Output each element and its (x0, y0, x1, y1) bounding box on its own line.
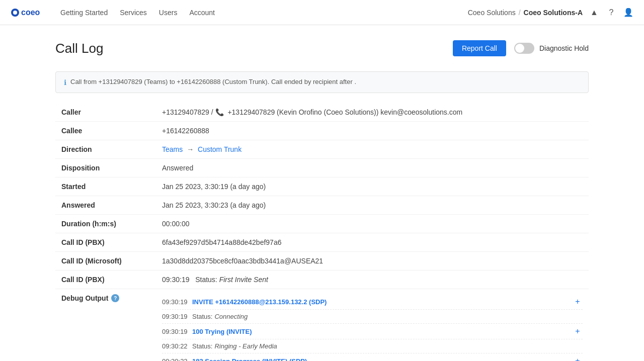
field-value-call-id-microsoft: 1a30d8dd20375bce8cf0aac3bdb3441a@AUSEA21 (156, 252, 589, 270)
nav-links: Getting Started Services Users Account (60, 9, 468, 17)
table-row-caller: Caller +13129407829 / 📞 +13129407829 (Ke… (55, 103, 589, 122)
info-banner: ℹ Call from +13129407829 (Teams) to +161… (55, 71, 589, 93)
debug-output-label: Debug Output (61, 294, 108, 302)
debug-rows-container: 09:30:19INVITE +16142260888@213.159.132.… (162, 294, 583, 361)
field-value-caller: +13129407829 / 📞 +13129407829 (Kevin Oro… (156, 103, 589, 122)
callid-status-value: First Invite Sent (219, 276, 268, 284)
debug-status-value: Connecting (214, 313, 248, 320)
field-label-started: Started (55, 177, 156, 196)
svg-text:coeo: coeo (21, 8, 40, 17)
table-row-call-id-microsoft: Call ID (Microsoft) 1a30d8dd20375bce8cf0… (55, 252, 589, 270)
caller-number: +13129407829 (162, 108, 209, 116)
table-row-call-id-pbx2: Call ID (PBX) 09:30:19 Status: First Inv… (55, 270, 589, 289)
direction-arrow: → (187, 145, 194, 153)
detail-table: Caller +13129407829 / 📞 +13129407829 (Ke… (55, 103, 589, 361)
breadcrumb-separator: / (519, 9, 521, 17)
field-label-call-id-microsoft: Call ID (Microsoft) (55, 252, 156, 270)
table-row-duration: Duration (h:m:s) 00:00:00 (55, 215, 589, 233)
field-value-debug: 09:30:19INVITE +16142260888@213.159.132.… (156, 289, 589, 362)
field-value-started: Jan 25 2023, 3:30:19 (a day ago) (156, 177, 589, 196)
diagnostic-hold-toggle-container: Diagnostic Hold (514, 43, 589, 54)
field-label-duration: Duration (h:m:s) (55, 215, 156, 233)
debug-expand-button[interactable]: + (573, 327, 583, 336)
debug-row-time: 09:30:22 (162, 357, 192, 362)
field-value-answered: Jan 25 2023, 3:30:23 (a day ago) (156, 196, 589, 215)
upload-icon[interactable]: ▲ (589, 7, 600, 18)
navbar: coeo Getting Started Services Users Acco… (0, 0, 644, 25)
field-label-debug: Debug Output ? (55, 289, 156, 362)
table-row-answered: Answered Jan 25 2023, 3:30:23 (a day ago… (55, 196, 589, 215)
field-label-direction: Direction (55, 140, 156, 159)
field-value-duration: 00:00:00 (156, 215, 589, 233)
debug-status-label: Status: (192, 342, 212, 350)
page-title: Call Log (55, 41, 453, 56)
header-actions: Report Call Diagnostic Hold (453, 40, 589, 56)
debug-row-time: 09:30:19 (162, 298, 192, 306)
phone-icon: 📞 (215, 108, 224, 116)
report-call-button[interactable]: Report Call (453, 40, 506, 56)
field-value-direction: Teams → Custom Trunk (156, 140, 589, 159)
breadcrumb-parent[interactable]: Coeo Solutions (468, 9, 516, 17)
debug-status-value: Ringing - Early Media (214, 342, 277, 350)
field-label-call-id-pbx: Call ID (PBX) (55, 233, 156, 252)
field-label-caller: Caller (55, 103, 156, 122)
field-value-call-id-pbx: 6fa43ef9297d5b4714a88de42bef97a6 (156, 233, 589, 252)
field-label-answered: Answered (55, 196, 156, 215)
info-icon: ℹ (64, 78, 66, 86)
logo[interactable]: coeo (10, 5, 50, 20)
diagnostic-hold-toggle[interactable] (514, 43, 534, 54)
callid-status-label: Status: (195, 276, 217, 284)
debug-row-time: 09:30:19 (162, 328, 192, 335)
table-row-call-id-pbx: Call ID (PBX) 6fa43ef9297d5b4714a88de42b… (55, 233, 589, 252)
debug-help-icon[interactable]: ? (111, 294, 119, 302)
nav-services[interactable]: Services (120, 9, 147, 17)
page-content: Call Log Report Call Diagnostic Hold ℹ C… (45, 25, 599, 361)
field-value-disposition: Answered (156, 159, 589, 177)
table-row-debug: Debug Output ? 09:30:19INVITE +161422608… (55, 289, 589, 362)
nav-account[interactable]: Account (189, 9, 215, 17)
debug-row: 09:30:22183 Session Progress (INVITE) (S… (162, 353, 583, 361)
debug-row: 09:30:19INVITE +16142260888@213.159.132.… (162, 294, 583, 310)
table-row-disposition: Disposition Answered (55, 159, 589, 177)
debug-status-label: Status: (192, 313, 212, 320)
table-row-callee: Callee +16142260888 (55, 122, 589, 140)
svg-point-1 (13, 11, 17, 15)
user-icon[interactable]: 👤 (623, 7, 634, 18)
debug-row: 09:30:19Status: Connecting (162, 310, 583, 324)
debug-row-time: 09:30:22 (162, 342, 192, 350)
callid-time: 09:30:19 (162, 276, 190, 284)
debug-row-time: 09:30:19 (162, 313, 192, 320)
field-label-disposition: Disposition (55, 159, 156, 177)
debug-expand-button[interactable]: + (573, 356, 583, 361)
field-label-call-id-pbx2: Call ID (PBX) (55, 270, 156, 289)
help-icon[interactable]: ? (606, 7, 617, 18)
direction-to-link[interactable]: Custom Trunk (198, 145, 242, 153)
table-row-started: Started Jan 25 2023, 3:30:19 (a day ago) (55, 177, 589, 196)
debug-message: INVITE +16142260888@213.159.132.2 (SDP) (192, 298, 327, 306)
direction-from-link[interactable]: Teams (162, 145, 183, 153)
nav-getting-started[interactable]: Getting Started (60, 9, 108, 17)
nav-users[interactable]: Users (159, 9, 178, 17)
breadcrumb-current: Coeo Solutions-A (524, 9, 583, 17)
page-header: Call Log Report Call Diagnostic Hold (55, 40, 589, 56)
field-label-callee: Callee (55, 122, 156, 140)
debug-label-container: Debug Output ? (61, 294, 150, 302)
debug-row: 09:30:22Status: Ringing - Early Media (162, 339, 583, 353)
debug-message: 100 Trying (INVITE) (192, 328, 252, 335)
debug-row: 09:30:19100 Trying (INVITE)+ (162, 324, 583, 339)
table-row-direction: Direction Teams → Custom Trunk (55, 140, 589, 159)
diagnostic-hold-label: Diagnostic Hold (539, 44, 589, 52)
debug-message: 183 Session Progress (INVITE) (SDP) (192, 357, 307, 362)
field-value-call-id-pbx2: 09:30:19 Status: First Invite Sent (156, 270, 589, 289)
nav-right: Coeo Solutions / Coeo Solutions-A ▲ ? 👤 (468, 7, 634, 18)
debug-expand-button[interactable]: + (573, 297, 583, 306)
info-banner-text: Call from +13129407829 (Teams) to +16142… (70, 78, 356, 85)
field-value-callee: +16142260888 (156, 122, 589, 140)
breadcrumb: Coeo Solutions / Coeo Solutions-A (468, 9, 583, 17)
caller-full: +13129407829 (Kevin Orofino (Coeo Soluti… (227, 108, 462, 116)
